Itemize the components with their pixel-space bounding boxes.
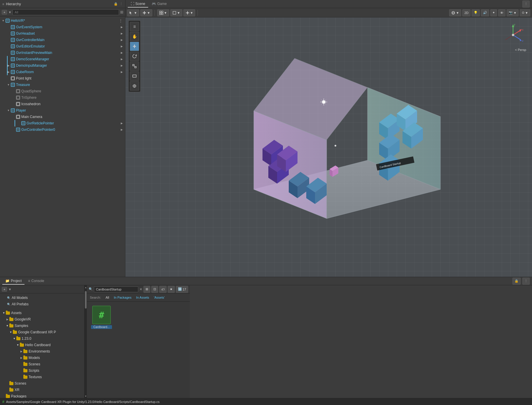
hierarchy-search-input[interactable]	[13, 9, 119, 15]
filter-inassets-button[interactable]: In Assets	[136, 296, 149, 299]
tab-console[interactable]: ≡ Console	[25, 278, 47, 285]
project-item-gcxrp[interactable]: ▼ Google Cardboard XR P	[0, 329, 84, 335]
tree-item-gvrheadset[interactable]: GvrHeadset ▶	[0, 30, 125, 37]
project-item-samples[interactable]: ▼ Samples	[0, 323, 84, 329]
project-item-scenes-sub[interactable]: Scenes	[0, 361, 84, 367]
project-item-scenes-root[interactable]: Scenes	[0, 380, 84, 387]
hierarchy-add-button[interactable]: +	[2, 10, 7, 15]
scene-more-button[interactable]: ⋮	[522, 1, 530, 8]
project-item-packages[interactable]: Packages	[0, 393, 84, 398]
filter-all-button[interactable]: All	[106, 296, 109, 299]
asset-item-cardboardstartup[interactable]: # Cardboard...	[90, 304, 113, 330]
tree-item-hellovr[interactable]: ▼ HelloVR* ⋮	[0, 17, 125, 24]
tab-game[interactable]: 🎮 Game	[149, 1, 170, 8]
btn-light[interactable]: 💡	[472, 9, 480, 16]
tree-item-maincamera[interactable]: Main Camera	[0, 114, 125, 120]
project-item-allprefabs[interactable]: 🔍 All Prefabs	[0, 301, 84, 307]
tree-item-quadsphere[interactable]: QuadSphere	[0, 88, 125, 94]
search-star-button[interactable]: ★	[168, 286, 175, 293]
hellovr-options[interactable]: ⋮	[119, 18, 123, 23]
btn-2d[interactable]: 2D	[462, 9, 470, 16]
search-clear-button[interactable]: ✕	[139, 287, 142, 291]
cardboard-asset-label: Cardboard...	[91, 325, 112, 329]
project-item-allmodels[interactable]: 🔍 All Models	[0, 295, 84, 301]
gvreditoremulator-icon	[10, 44, 15, 49]
tree-item-gvreditoremulator[interactable]: GvrEditorEmulator ▶	[0, 43, 125, 50]
scene-viewport[interactable]: Cardboard Startup ☰ ✋	[125, 17, 532, 277]
gvrcontrollermain-expand[interactable]: ▶	[121, 38, 123, 41]
btn-gizmos[interactable]: ⊙▼	[520, 9, 530, 16]
hierarchy-search-icon[interactable]: ⊞	[120, 10, 123, 14]
tree-item-gvrinstantpreviewmain[interactable]: GvrInstantPreviewMain ▶	[0, 50, 125, 56]
project-sidebar-scrollbar[interactable]: ▲ ▼	[85, 285, 87, 398]
tree-item-gvrcontrollerpointer0[interactable]: GvrControllerPointer0 ▶	[0, 126, 125, 133]
tree-item-icosahedron[interactable]: Icosahedron	[0, 101, 125, 107]
tree-item-player[interactable]: ▼ Player	[0, 107, 125, 114]
demoscenemanager-expand[interactable]: ▶	[121, 58, 123, 61]
gizmo-hand-button[interactable]: ✋	[130, 32, 139, 41]
filter-inpackages-button[interactable]: In Packages	[114, 296, 132, 299]
scroll-up-arrow[interactable]: ▲	[85, 285, 87, 289]
gizmo-rotate-button[interactable]	[130, 52, 139, 61]
tool-grid-button[interactable]: ▼	[157, 9, 169, 16]
search-refresh-button[interactable]: ⊞	[144, 286, 150, 293]
scroll-down-arrow[interactable]: ▼	[85, 394, 87, 398]
project-lock-button[interactable]: 🔒	[512, 278, 521, 285]
btn-audio[interactable]: 🔊	[481, 9, 489, 16]
search-count-button[interactable]: 🔢 17	[176, 286, 188, 293]
persp-label: < Persp	[515, 48, 526, 52]
hierarchy-menu-icon[interactable]: ⋮	[120, 2, 123, 6]
project-item-1230[interactable]: ▼ 1.23.0	[0, 335, 84, 342]
gvrreticlepointer-expand[interactable]: ▶	[121, 122, 123, 125]
project-search-input[interactable]	[94, 286, 138, 292]
project-add-button[interactable]: +	[2, 287, 7, 292]
tree-item-pointlight[interactable]: Point light	[0, 75, 125, 82]
tool-select-button[interactable]: ▼	[127, 9, 139, 16]
btn-fx[interactable]: ✦	[490, 9, 497, 16]
project-item-environments[interactable]: ▶ Environments	[0, 348, 84, 355]
gizmo-move-button[interactable]	[130, 42, 139, 51]
gizmo-crosshair-button[interactable]	[130, 81, 139, 91]
tree-item-gvreventsystem[interactable]: GvrEventSystem ▶	[0, 24, 125, 30]
btn-camera-mode[interactable]: 📷▼	[507, 9, 519, 16]
project-item-xr[interactable]: XR	[0, 387, 84, 393]
gvrcontrollerpointer0-expand[interactable]: ▶	[121, 128, 123, 131]
tool-move-button[interactable]: ▼	[140, 9, 152, 16]
toggle-global-button[interactable]: ▼	[449, 9, 461, 16]
tree-item-gvrcontrollermain[interactable]: GvrControllerMain ▶	[0, 37, 125, 43]
status-bar-path: Assets/Samples/Google Cardboard XR Plugi…	[6, 400, 160, 404]
tab-scene[interactable]: ⛶ Scene	[128, 1, 148, 8]
tree-item-demoinputmanager[interactable]: ▶ DemoInputManager ▶	[0, 62, 125, 69]
gvreventsystem-expand[interactable]: ▶	[121, 26, 123, 29]
search-filter-button[interactable]: ⊡	[151, 286, 158, 293]
tab-project[interactable]: 📁 Project	[2, 278, 24, 285]
project-item-assets[interactable]: ▼ Assets	[0, 310, 84, 316]
tree-item-cuberoom[interactable]: ▶ CubeRoom ▶	[0, 69, 125, 75]
gizmo-scale-button[interactable]	[130, 61, 139, 71]
tree-item-demoscenemanager[interactable]: DemoSceneManager ▶	[0, 56, 125, 62]
filter-assets-button[interactable]: 'Assets'	[154, 296, 164, 299]
gizmo-rect-button[interactable]	[130, 71, 139, 81]
gvrheadset-expand[interactable]: ▶	[121, 32, 123, 35]
demoinputmanager-expand[interactable]: ▶	[121, 64, 123, 67]
project-item-models[interactable]: ▶ Models	[0, 355, 84, 361]
project-item-scripts[interactable]: Scripts	[0, 367, 84, 374]
hierarchy-lock-icon[interactable]: 🔒	[114, 2, 118, 6]
tree-item-gvrreticlepointer[interactable]: GvrReticlePointer ▶	[0, 120, 125, 126]
tree-item-trisphere[interactable]: TriSphere	[0, 94, 125, 101]
gizmo-hamburger-button[interactable]: ☰	[130, 22, 139, 31]
move-arrow: ▼	[147, 11, 150, 15]
gvreditoremulator-expand[interactable]: ▶	[121, 45, 123, 48]
project-item-googlevr[interactable]: ▶ GoogleVR	[0, 316, 84, 323]
tool-rect-button[interactable]: ▼	[170, 9, 182, 16]
project-item-textures[interactable]: Textures	[0, 374, 84, 380]
search-label-button[interactable]: 🏷	[159, 286, 167, 293]
btn-eye[interactable]: 👁	[498, 9, 505, 16]
tool-snap-button[interactable]: ▼	[183, 9, 195, 16]
project-item-hellocardboard[interactable]: ▼ Hello Cardboard	[0, 342, 84, 348]
tree-item-treasure[interactable]: ▼ Treasure	[0, 82, 125, 88]
gvrinstantpreviewmain-expand[interactable]: ▶	[121, 51, 123, 54]
scene-gizmo[interactable]: y x z	[500, 22, 526, 48]
cuberoom-expand[interactable]: ▶	[121, 71, 123, 73]
project-more-button[interactable]: ⋮	[522, 278, 530, 285]
